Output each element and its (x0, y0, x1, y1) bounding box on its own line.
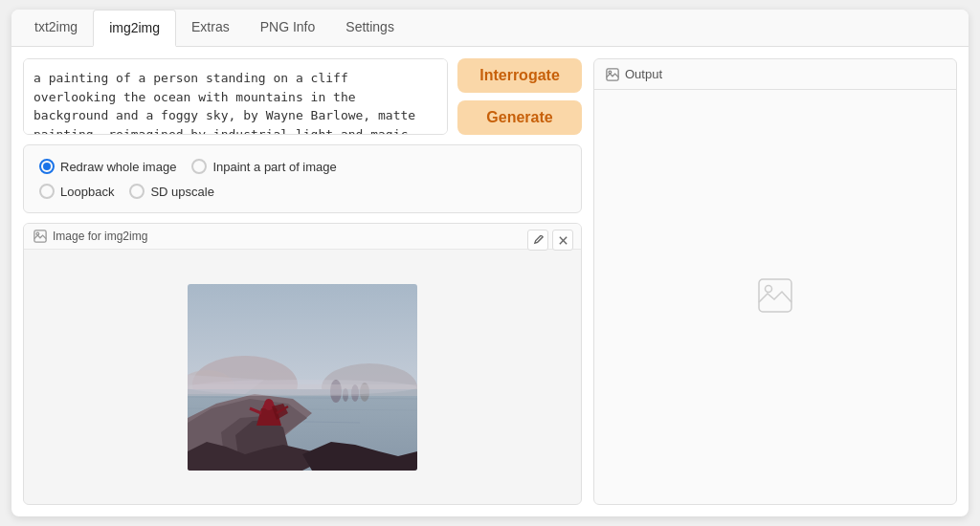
options-panel: Redraw whole image Inpaint a part of ima… (23, 144, 582, 213)
app-container: txt2img img2img Extras PNG Info Settings… (11, 10, 969, 516)
tab-settings-label: Settings (345, 19, 394, 34)
output-label: Output (625, 67, 662, 81)
radio-loopback[interactable]: Loopback (39, 184, 114, 199)
output-placeholder-icon (756, 276, 794, 315)
radio-row-2: Loopback SD upscale (39, 184, 566, 199)
left-panel: a painting of a person standing on a cli… (23, 58, 582, 505)
svg-point-34 (766, 285, 772, 292)
interrogate-label: Interrogate (479, 67, 560, 83)
radio-inpaint-circle (191, 159, 207, 174)
tab-extras[interactable]: Extras (176, 10, 245, 47)
radio-redraw-label: Redraw whole image (60, 160, 176, 174)
interrogate-button[interactable]: Interrogate (457, 58, 582, 93)
output-image-icon (606, 68, 619, 81)
image-area-label: Image for img2img (53, 230, 147, 243)
tab-png-info-label: PNG Info (260, 19, 316, 34)
tab-settings[interactable]: Settings (330, 10, 410, 47)
painting-svg (188, 284, 417, 471)
main-content: a painting of a person standing on a cli… (11, 47, 969, 516)
image-icon (33, 230, 47, 243)
output-body (594, 90, 956, 504)
tab-img2img[interactable]: img2img (93, 10, 176, 47)
tab-txt2img-label: txt2img (34, 19, 78, 34)
tab-img2img-label: img2img (109, 20, 160, 35)
tab-png-info[interactable]: PNG Info (245, 10, 331, 47)
image-upload-area[interactable]: Image for img2img (23, 223, 582, 505)
radio-sd-upscale[interactable]: SD upscale (129, 184, 213, 199)
radio-loopback-label: Loopback (60, 185, 114, 199)
tabs-bar: txt2img img2img Extras PNG Info Settings (11, 10, 969, 47)
radio-redraw-circle (39, 159, 55, 174)
close-image-button[interactable] (552, 230, 573, 251)
radio-inpaint[interactable]: Inpaint a part of image (191, 159, 336, 174)
action-buttons: Interrogate Generate (457, 58, 582, 135)
image-upload-label-bar: Image for img2img (24, 224, 581, 250)
tab-txt2img[interactable]: txt2img (19, 10, 93, 47)
radio-sd-upscale-circle (129, 184, 145, 199)
image-edit-icons (527, 230, 573, 251)
image-content (24, 250, 581, 504)
close-icon (558, 235, 568, 246)
radio-sd-upscale-label: SD upscale (150, 185, 213, 199)
svg-rect-33 (759, 279, 791, 312)
pencil-icon (533, 235, 544, 246)
svg-point-20 (264, 399, 274, 410)
prompt-textarea[interactable]: a painting of a person standing on a cli… (23, 58, 448, 135)
radio-row-1: Redraw whole image Inpaint a part of ima… (39, 159, 566, 174)
generate-label: Generate (486, 109, 552, 125)
radio-redraw-whole[interactable]: Redraw whole image (39, 159, 176, 174)
right-panel: Output (593, 58, 957, 505)
radio-loopback-circle (39, 184, 55, 199)
radio-inpaint-label: Inpaint a part of image (212, 160, 336, 174)
edit-pencil-button[interactable] (527, 230, 548, 251)
output-header: Output (594, 59, 956, 90)
generate-button[interactable]: Generate (457, 100, 582, 135)
prompt-row: a painting of a person standing on a cli… (23, 58, 582, 135)
painting-thumbnail (188, 284, 417, 471)
output-placeholder (756, 276, 794, 318)
tab-extras-label: Extras (191, 19, 230, 34)
